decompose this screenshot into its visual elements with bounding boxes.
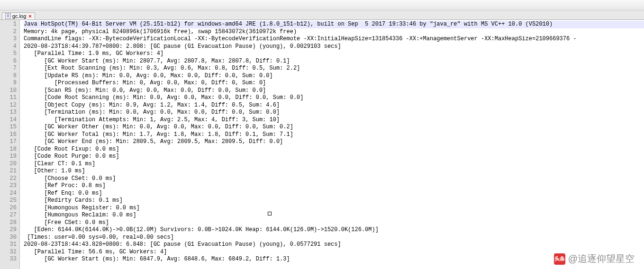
line-number: 5 [5, 50, 17, 58]
file-icon [5, 13, 11, 19]
line-number: 26 [5, 205, 17, 212]
code-line: [Humongous Register: 0.0 ms] [24, 205, 644, 212]
line-number: 21 [5, 168, 17, 175]
line-number: 4 [5, 43, 17, 51]
code-line: [GC Worker End (ms): Min: 2809.5, Avg: 2… [24, 138, 644, 146]
code-line: Memory: 4k page, physical 8240896k(17069… [24, 28, 644, 36]
code-line: [GC Worker Start (ms): Min: 2807.7, Avg:… [24, 58, 644, 65]
line-number: 30 [5, 234, 17, 242]
line-number: 16 [5, 131, 17, 139]
code-line: [Free CSet: 0.0 ms] [24, 219, 644, 227]
line-number: 28 [5, 219, 17, 227]
text-cursor [268, 212, 272, 215]
line-number: 20 [5, 161, 17, 168]
code-line: [Redirty Cards: 0.1 ms] [24, 197, 644, 205]
line-number: 18 [5, 146, 17, 153]
line-number: 31 [5, 241, 17, 249]
line-number: 2 [5, 28, 17, 36]
code-line: [Code Root Purge: 0.0 ms] [24, 153, 644, 161]
line-number: 8 [5, 72, 17, 80]
code-line: CommandLine flags: -XX:-BytecodeVerifica… [24, 36, 644, 43]
toolbar [0, 0, 644, 10]
code-line: [Clear CT: 0.1 ms] [24, 161, 644, 168]
watermark-icon: 头条 [554, 253, 565, 265]
code-line: [GC Worker Start (ms): Min: 6847.9, Avg:… [24, 256, 644, 263]
code-line: [Ref Enq: 0.0 ms] [24, 190, 644, 197]
line-number: 13 [5, 109, 17, 117]
code-line: Java HotSpot(TM) 64-Bit Server VM (25.15… [24, 21, 644, 28]
line-number: 19 [5, 153, 17, 161]
tab-gc-log[interactable]: gc.log × [2, 12, 35, 19]
line-number: 32 [5, 249, 17, 256]
code-line: [Humongous Reclaim: 0.0 ms] [24, 212, 644, 219]
code-line: 2020-08-23T18:44:43.828+0800: 6.848: [GC… [24, 241, 644, 249]
line-number: 7 [5, 65, 17, 72]
watermark: 头条 @追逐仰望星空 [554, 252, 635, 265]
code-line: [Termination Attempts: Min: 1, Avg: 2.5,… [24, 117, 644, 124]
code-line: [Ref Proc: 0.8 ms] [24, 182, 644, 190]
line-number: 12 [5, 102, 17, 109]
code-line: [Code Root Fixup: 0.0 ms] [24, 146, 644, 153]
line-number-gutter: 1234567891011121314151617181920212223242… [0, 20, 20, 269]
line-number: 3 [5, 36, 17, 43]
code-line: [Times: user=0.00 sys=0.00, real=0.00 se… [24, 234, 644, 242]
line-number: 29 [5, 226, 17, 234]
line-number: 10 [5, 87, 17, 95]
code-line: [Choose CSet: 0.0 ms] [24, 175, 644, 183]
watermark-text: @追逐仰望星空 [568, 252, 635, 265]
code-line: [Parallel Time: 1.9 ms, GC Workers: 4] [24, 50, 644, 58]
code-content[interactable]: Java HotSpot(TM) 64-Bit Server VM (25.15… [20, 20, 644, 269]
code-line: [Other: 1.0 ms] [24, 168, 644, 175]
code-line: [Scan RS (ms): Min: 0.0, Avg: 0.0, Max: … [24, 87, 644, 95]
line-number: 25 [5, 197, 17, 205]
tab-label: gc.log [12, 13, 26, 19]
line-number: 23 [5, 182, 17, 190]
line-number: 24 [5, 190, 17, 197]
code-editor[interactable]: 1234567891011121314151617181920212223242… [0, 20, 644, 269]
code-line: [Processed Buffers: Min: 0, Avg: 0.0, Ma… [24, 80, 644, 87]
code-line: [Ext Root Scanning (ms): Min: 0.3, Avg: … [24, 65, 644, 72]
line-number: 15 [5, 124, 17, 131]
line-number: 14 [5, 117, 17, 124]
close-icon[interactable]: × [28, 13, 31, 19]
code-line: 2020-08-23T18:44:39.787+0800: 2.808: [GC… [24, 43, 644, 51]
line-number: 11 [5, 94, 17, 102]
code-line: [Eden: 6144.0K(6144.0K)->0.0B(12.0M) Sur… [24, 226, 644, 234]
tab-bar: gc.log × [0, 10, 644, 20]
line-number: 6 [5, 58, 17, 65]
code-line: [Update RS (ms): Min: 0.0, Avg: 0.0, Max… [24, 72, 644, 80]
line-number: 9 [5, 80, 17, 87]
code-line: [Termination (ms): Min: 0.0, Avg: 0.0, M… [24, 109, 644, 117]
line-number: 33 [5, 256, 17, 263]
line-number: 1 [5, 21, 17, 28]
code-line: [GC Worker Other (ms): Min: 0.0, Avg: 0.… [24, 124, 644, 131]
code-line: [Object Copy (ms): Min: 0.9, Avg: 1.2, M… [24, 102, 644, 109]
code-line: [Code Root Scanning (ms): Min: 0.0, Avg:… [24, 94, 644, 102]
line-number: 22 [5, 175, 17, 183]
code-line: [GC Worker Total (ms): Min: 1.7, Avg: 1.… [24, 131, 644, 139]
line-number: 17 [5, 138, 17, 146]
line-number: 27 [5, 212, 17, 219]
code-line: [Parallel Time: 56.6 ms, GC Workers: 4] [24, 249, 644, 256]
